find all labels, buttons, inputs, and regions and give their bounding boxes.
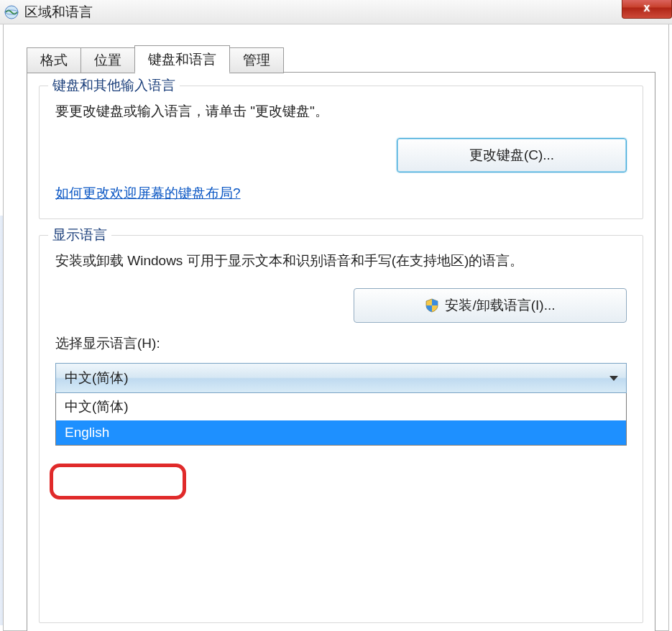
group-keyboard-input: 键盘和其他输入语言 要更改键盘或输入语言，请单击 "更改键盘"。 更改键盘(C)…	[39, 86, 643, 219]
region-language-dialog: 区域和语言 x 格式 位置 键盘和语言 管理 键盘和其他输入语言	[0, 0, 672, 631]
group-display-language: 显示语言 安装或卸载 Windows 可用于显示文本和识别语音和手写(在支持地区…	[39, 235, 643, 623]
tab-label: 键盘和语言	[148, 52, 216, 67]
select-display-language-label: 选择显示语言(H):	[55, 334, 627, 353]
tab-panel-keyboards-languages: 键盘和其他输入语言 要更改键盘或输入语言，请单击 "更改键盘"。 更改键盘(C)…	[27, 72, 655, 631]
combobox-value: 中文(简体)	[65, 369, 129, 387]
close-icon: x	[644, 1, 650, 14]
annotation-highlight	[50, 464, 186, 499]
globe-icon	[3, 4, 20, 21]
group-legend: 键盘和其他输入语言	[48, 76, 180, 95]
display-language-dropdown: 中文(简体) English	[55, 393, 627, 446]
button-label: 更改键盘(C)...	[469, 146, 554, 165]
tab-label: 管理	[243, 52, 270, 68]
tab-administrative[interactable]: 管理	[229, 47, 284, 73]
keyboard-layout-help-link[interactable]: 如何更改欢迎屏幕的键盘布局?	[55, 185, 241, 201]
option-label: English	[65, 425, 109, 440]
tab-formats[interactable]: 格式	[27, 47, 81, 73]
keyboard-description: 要更改键盘或输入语言，请单击 "更改键盘"。	[55, 101, 627, 122]
tab-label: 位置	[94, 52, 121, 68]
chevron-down-icon	[609, 370, 619, 386]
button-label: 安装/卸载语言(I)...	[445, 296, 555, 315]
shield-icon	[425, 298, 439, 313]
titlebar: 区域和语言 x	[0, 0, 672, 24]
display-description: 安装或卸载 Windows 可用于显示文本和识别语音和手写(在支持地区)的语言。	[55, 250, 627, 272]
option-label: 中文(简体)	[65, 399, 129, 414]
tab-strip: 格式 位置 键盘和语言 管理	[27, 45, 668, 72]
tab-location[interactable]: 位置	[80, 47, 135, 73]
dialog-body: 格式 位置 键盘和语言 管理 键盘和其他输入语言 要更改键盘或输入语言，请单击 …	[3, 24, 669, 631]
tab-keyboards-languages[interactable]: 键盘和语言	[134, 45, 230, 73]
language-option-english[interactable]: English	[56, 420, 626, 445]
language-option-chinese-simplified[interactable]: 中文(简体)	[56, 393, 626, 420]
change-keyboards-button[interactable]: 更改键盘(C)...	[397, 138, 627, 172]
display-language-combobox[interactable]: 中文(简体)	[55, 363, 627, 393]
group-legend: 显示语言	[48, 226, 111, 244]
window-title: 区域和语言	[24, 3, 93, 22]
close-button[interactable]: x	[622, 0, 672, 19]
install-uninstall-languages-button[interactable]: 安装/卸载语言(I)...	[354, 288, 627, 323]
tab-label: 格式	[40, 52, 68, 68]
